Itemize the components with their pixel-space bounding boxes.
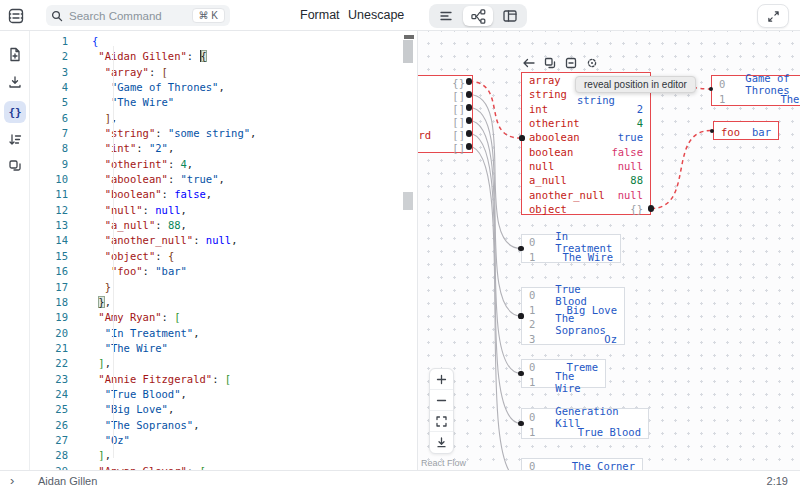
sidebar-collapse-chevron[interactable]: ›: [10, 473, 14, 488]
node-toolbar: [522, 56, 598, 69]
file-plus-icon: [8, 47, 22, 62]
flow-controls: [429, 368, 454, 454]
back-arrow-icon[interactable]: [522, 56, 535, 69]
editor-line: 18 },: [30, 295, 417, 310]
graph-canvas[interactable]: Aidan Gillen{}Amy Ryan[]Annie Fitzgerald…: [418, 31, 800, 470]
aidan-gillen-object-node[interactable]: arraystringsome stringint2otherint4abool…: [521, 72, 651, 215]
node-row: 2The Sopranos: [522, 317, 624, 332]
line-number: 14: [30, 233, 68, 248]
line-number: 2: [30, 49, 68, 64]
alice-farmer-node[interactable]: 0The Corner: [521, 458, 643, 470]
copy-node-icon[interactable]: [543, 56, 556, 69]
editor-line: 24 "True Blood",: [30, 387, 417, 402]
connection-handle: [710, 129, 714, 133]
connection-handle: [518, 246, 523, 251]
connection-handle: [518, 421, 523, 426]
json-editor-tab[interactable]: {}: [4, 101, 26, 123]
line-number: 6: [30, 111, 68, 126]
view-mode-switcher: [429, 4, 527, 28]
line-number: 11: [30, 187, 68, 202]
zoom-in-button[interactable]: [430, 369, 453, 390]
top-bar: Search Command ⌘ K Format Unescape: [0, 0, 800, 31]
line-number: 13: [30, 218, 68, 233]
copy-cascade-button[interactable]: [4, 155, 26, 177]
line-number: 25: [30, 402, 68, 417]
fit-view-button[interactable]: [430, 411, 453, 432]
editor-line: 4 "Game of Thrones",: [30, 80, 417, 95]
fullscreen-button[interactable]: [757, 4, 789, 28]
zoom-out-button[interactable]: [430, 390, 453, 411]
node-row: Aidan Gillen{}: [418, 76, 472, 89]
node-row: object{}: [522, 202, 650, 216]
download-image-button[interactable]: [430, 432, 453, 453]
line-number: 9: [30, 157, 68, 172]
amy-ryan-node[interactable]: 0In Treatment1The Wire: [521, 234, 621, 263]
editor-line: 21 "The Wire": [30, 341, 417, 356]
node-row: 0Game of Thrones: [712, 76, 800, 92]
node-row: Anwan Glover[]: [418, 115, 472, 128]
line-number: 28: [30, 448, 68, 463]
scrollbar-cursor-mark: [404, 35, 414, 39]
search-input[interactable]: Search Command ⌘ K: [46, 5, 230, 26]
node-row: Annie Fitzgerald[]: [418, 102, 472, 115]
app-logo-icon[interactable]: [6, 6, 26, 26]
editor-line: 11 "boolean": false,: [30, 187, 417, 202]
search-placeholder: Search Command: [69, 10, 192, 22]
line-number: 26: [30, 418, 68, 433]
scrollbar-thumb[interactable]: [403, 40, 413, 63]
editor-line: 19 "Amy Ryan": [: [30, 310, 417, 325]
format-button[interactable]: Format: [300, 8, 340, 22]
node-row: 1The Wire: [522, 250, 620, 265]
annie-fitzgerald-node[interactable]: 0True Blood1Big Love2The Sopranos3Oz: [521, 287, 625, 345]
line-number: 20: [30, 326, 68, 341]
collapse-node-icon[interactable]: [564, 56, 577, 69]
editor-line: 14 "another_null": null,: [30, 233, 417, 248]
unescape-button[interactable]: Unescape: [348, 8, 404, 22]
line-number: 19: [30, 310, 68, 325]
table-view-button[interactable]: [495, 6, 525, 26]
scrollbar-decoration: [403, 192, 413, 210]
anwan-glover-node[interactable]: 0Treme1The Wire: [521, 359, 606, 388]
editor-line: 28 ],: [30, 448, 417, 463]
line-number: 12: [30, 203, 68, 218]
line-number: 1: [30, 34, 68, 49]
connection-handle: [518, 371, 523, 376]
new-document-button[interactable]: [4, 43, 26, 65]
graph-view-button[interactable]: [463, 6, 493, 26]
search-shortcut-badge: ⌘ K: [192, 8, 225, 23]
left-sidebar: {}: [0, 31, 30, 470]
editor-line: 17 }: [30, 280, 417, 295]
status-bar: › Aidan Gillen 2:19: [0, 470, 800, 492]
editor-line: 2 "Aidan Gillen": {: [30, 49, 417, 64]
node-row: 1True Blood: [522, 425, 648, 441]
editor-line: 27 "Oz": [30, 433, 417, 448]
node-row: Amy Ryan[]: [418, 89, 472, 102]
focus-node-icon[interactable]: [585, 56, 598, 69]
node-row: nullnull: [522, 159, 650, 173]
node-row: a_null88: [522, 173, 650, 187]
download-button[interactable]: [4, 71, 26, 93]
editor-line: 20 "In Treatment",: [30, 326, 417, 341]
node-row: 0In Treatment: [522, 235, 620, 250]
transform-button[interactable]: [4, 129, 26, 151]
line-number: 8: [30, 141, 68, 156]
editor-line: 5 "The Wire": [30, 95, 417, 110]
json-code-editor[interactable]: 1{2 "Aidan Gillen": {3 "array": [4 "Game…: [30, 31, 417, 470]
node-row: []: [418, 141, 472, 154]
node-row: Alexander Skarsgard[]: [418, 128, 472, 141]
node-row: 0The Corner: [522, 459, 642, 470]
tooltip: reveal position in editor: [575, 76, 696, 93]
editor-line: 26 "The Sopranos",: [30, 418, 417, 433]
line-number: 27: [30, 433, 68, 448]
graph-view-icon: [471, 9, 486, 24]
alexander-skarsgard-node[interactable]: 0Generation Kill1True Blood: [521, 408, 649, 439]
aidan-array-node[interactable]: 0Game of Thrones1The Wire: [711, 75, 800, 106]
line-number: 3: [30, 65, 68, 80]
line-number: 22: [30, 356, 68, 371]
root-node[interactable]: Aidan Gillen{}Amy Ryan[]Annie Fitzgerald…: [418, 75, 473, 153]
list-view-button[interactable]: [431, 6, 461, 26]
node-row: abooleantrue: [522, 130, 650, 144]
react-flow-attribution: React Flow: [421, 458, 466, 468]
foo-bar-node[interactable]: foobar: [713, 121, 779, 140]
download-icon: [8, 75, 22, 89]
